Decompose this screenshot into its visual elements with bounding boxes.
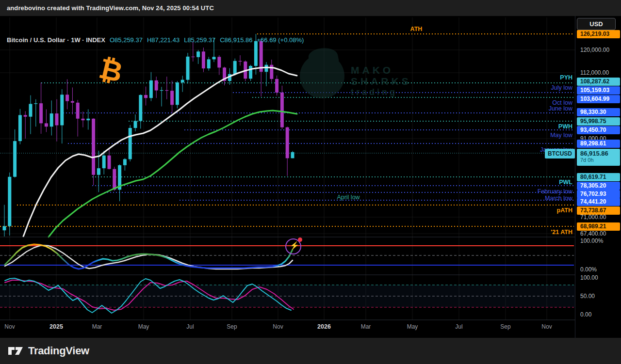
svg-text:PWL: PWL [559, 179, 572, 186]
watermark-line3: trading [351, 87, 411, 98]
svg-text:May low: May low [550, 132, 573, 139]
price-scale-label: 95,998.75 [577, 117, 620, 126]
svg-text:2026: 2026 [317, 323, 331, 330]
price-scale-label: 100.00 [577, 274, 620, 282]
current-price-label: 86,915.867d 0h [577, 149, 620, 166]
svg-text:Mar: Mar [361, 323, 371, 330]
price-scale-label: 76,702.93 [577, 190, 620, 198]
attribution-text: andrebovino created with TradingView.com… [7, 4, 214, 12]
svg-text:Jul: Jul [186, 323, 194, 330]
svg-text:Jul: Jul [455, 323, 462, 330]
alert-notification-dot [298, 237, 302, 242]
ohlc-high: H87,221.43 [147, 36, 180, 44]
attribution-bar: andrebovino created with TradingView.com… [0, 0, 621, 16]
price-scale-label: 126,219.03 [577, 30, 620, 38]
svg-text:May: May [138, 323, 149, 330]
svg-text:pATH: pATH [557, 207, 572, 214]
price-scale-label: 100.00% [577, 237, 620, 245]
chart-svg[interactable]: ATHPYHJuly lowOct lowJune lowPWHMay lowJ… [0, 16, 575, 338]
currency-toggle-button[interactable]: USD [577, 18, 616, 30]
svg-text:2025: 2025 [49, 323, 63, 330]
price-scale[interactable]: USD 126,219.03120,000.00112,000.00108,28… [575, 16, 621, 338]
svg-text:June low: June low [549, 105, 573, 112]
price-scale-label: 71,000.00 [577, 213, 620, 222]
svg-text:ATH: ATH [410, 26, 423, 32]
price-scale-label: 108,287.62 [577, 78, 620, 86]
alert-flash-icon[interactable]: ⚡ [285, 238, 301, 254]
svg-text:Nov: Nov [273, 323, 283, 330]
svg-text:Nov: Nov [541, 323, 552, 330]
svg-text:PYH: PYH [560, 74, 572, 81]
tradingview-logo-icon[interactable] [7, 342, 24, 360]
svg-text:Sep: Sep [500, 323, 511, 330]
price-scale-label: 0.00 [577, 311, 620, 319]
tradingview-wordmark[interactable]: TradingView [28, 345, 89, 357]
price-scale-label: 105,159.03 [577, 86, 620, 95]
price-scale-label: 103,604.99 [577, 95, 620, 103]
svg-text:May: May [407, 323, 418, 330]
ohlc-change: +66.69 (+0.08%) [257, 36, 304, 44]
svg-text:Mar: Mar [92, 323, 102, 330]
svg-text:Sep: Sep [227, 323, 237, 330]
svg-text:March low: March low [545, 195, 573, 202]
svg-text:PWH: PWH [558, 123, 572, 130]
price-scale-label: 80,619.71 [577, 173, 620, 181]
price-scale-label: 112,000.00 [577, 69, 620, 77]
watermark: MAKO SHARKS trading [300, 54, 407, 100]
svg-text:July low: July low [551, 84, 573, 91]
ohlc-low: L85,259.37 [184, 36, 215, 44]
footer-bar: TradingView [0, 338, 621, 364]
symbol-badge: BTCUSD [545, 149, 575, 158]
ohlc-close: C86,915.86 [220, 36, 252, 44]
lightning-bolt-icon: ⚡ [290, 241, 299, 250]
watermark-line2: SHARKS [351, 76, 411, 87]
price-scale-label: 0.00% [577, 266, 620, 274]
svg-text:'21 ATH: '21 ATH [551, 229, 572, 236]
watermark-line1: MAKO [351, 64, 411, 76]
symbol-legend[interactable]: Bitcoin / U.S. Dollar · 1W · INDEX O85,2… [7, 35, 304, 45]
price-scale-label: 98,330.30 [577, 108, 620, 116]
price-scale-label: 93,450.70 [577, 126, 620, 134]
chart-canvas[interactable]: ATHPYHJuly lowOct lowJune lowPWHMay lowJ… [0, 16, 575, 338]
price-scale-label: 74,441.20 [577, 198, 620, 206]
svg-text:February low: February low [538, 188, 573, 195]
price-scale-label: 50.00 [577, 292, 620, 301]
tradingview-chart-page: { "attribution": "andrebovino created wi… [0, 0, 621, 364]
symbol-title[interactable]: Bitcoin / U.S. Dollar · 1W · INDEX [7, 36, 105, 44]
svg-text:Nov: Nov [4, 323, 15, 330]
svg-text:April low: April low [337, 194, 360, 201]
ohlc-open: O85,259.37 [110, 36, 143, 44]
price-scale-label: 78,305.20 [577, 182, 620, 190]
price-scale-label: 120,000.00 [577, 46, 620, 54]
price-scale-label: 89,298.61 [577, 140, 620, 148]
